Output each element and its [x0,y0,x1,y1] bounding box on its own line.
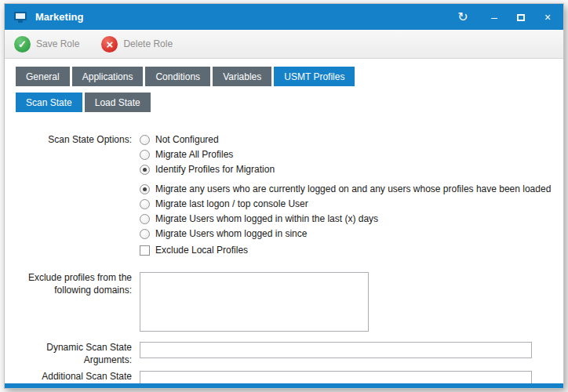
window-controls: ↻ – × [457,11,554,24]
migration-mode-group: Migrate any users who are currently logg… [140,183,563,239]
exclude-domains-row: Exclude profiles from the following doma… [5,272,563,334]
maximize-button[interactable] [515,12,527,23]
radio-option-migrate-last-logon[interactable]: Migrate last logon / top console User [140,198,563,209]
delete-icon: × [101,36,118,53]
radio-option-migrate-logged-in-since[interactable]: Migrate Users whom logged in since [140,228,563,239]
radio-button[interactable] [140,214,150,224]
window-title: Marketing [35,11,457,23]
additional-args-row: Additional Scan State Arguments: [5,371,563,383]
radio-option-not-configured[interactable]: Not Configured [140,134,563,145]
exclude-local-profiles-option[interactable]: Exclude Local Profiles [140,245,563,256]
radio-label: Not Configured [155,134,219,145]
exclude-domains-label: Exclude profiles from the following doma… [5,272,140,296]
sub-tabs: Scan State Load State [5,86,563,112]
tab-variables[interactable]: Variables [213,67,271,86]
delete-role-button[interactable]: × Delete Role [101,36,173,53]
subtab-load-state[interactable]: Load State [85,93,151,112]
save-role-button[interactable]: ✓ Save Role [14,36,79,53]
radio-option-migrate-last-x-days[interactable]: Migrate Users whom logged in within the … [140,213,563,224]
tab-usmt-profiles[interactable]: USMT Profiles [274,67,355,86]
tab-general[interactable]: General [16,67,70,86]
main-tabs: General Applications Conditions Variable… [5,59,563,86]
radio-label: Migrate Users whom logged in within the … [155,213,378,224]
radio-label: Migrate All Profiles [155,149,233,160]
app-icon [14,12,28,23]
scan-options-controls: Not Configured Migrate All Profiles Iden… [140,134,563,260]
dynamic-args-row: Dynamic Scan State Arguments: [5,342,563,366]
checkbox-label: Exclude Local Profiles [155,245,248,256]
radio-button[interactable] [140,135,150,145]
titlebar: Marketing ↻ – × [5,4,563,30]
delete-role-label: Delete Role [123,38,173,49]
radio-option-identify-profiles[interactable]: Identify Profiles for Migration [140,164,563,175]
close-button[interactable]: × [541,12,554,23]
radio-option-migrate-logged-on-users[interactable]: Migrate any users who are currently logg… [140,183,563,194]
exclude-domains-textarea[interactable] [140,272,369,332]
minimize-button[interactable]: – [488,12,501,23]
radio-label: Migrate Users whom logged in since [155,228,307,239]
additional-args-label: Additional Scan State Arguments: [5,371,140,383]
tab-applications[interactable]: Applications [72,67,144,86]
maximize-icon [517,14,525,21]
dynamic-args-input[interactable] [140,342,532,358]
radio-button[interactable] [140,150,150,160]
exclude-local-profiles-checkbox[interactable] [140,245,150,256]
scan-options-label: Scan State Options: [5,134,140,147]
additional-args-input[interactable] [140,371,532,383]
save-role-label: Save Role [36,38,79,49]
radio-option-migrate-all-profiles[interactable]: Migrate All Profiles [140,149,563,160]
save-icon: ✓ [14,36,31,53]
radio-button[interactable] [140,199,150,209]
radio-label: Identify Profiles for Migration [155,164,275,175]
radio-button[interactable] [140,184,150,194]
radio-label: Migrate last logon / top console User [155,198,308,209]
dynamic-args-label: Dynamic Scan State Arguments: [5,342,140,366]
toolbar: ✓ Save Role × Delete Role [5,30,563,59]
window: Marketing ↻ – × ✓ Save Role × Delete Rol… [4,3,564,389]
radio-label: Migrate any users who are currently logg… [155,183,551,194]
refresh-icon[interactable]: ↻ [457,11,469,24]
radio-button[interactable] [140,165,150,175]
scan-options-row: Scan State Options: Not Configured Migra… [5,134,563,260]
scan-state-panel: Scan State Options: Not Configured Migra… [5,112,563,383]
subtab-scan-state[interactable]: Scan State [16,93,82,112]
window-bottom-border [5,383,563,388]
tab-conditions[interactable]: Conditions [145,67,210,86]
radio-button[interactable] [140,229,150,239]
